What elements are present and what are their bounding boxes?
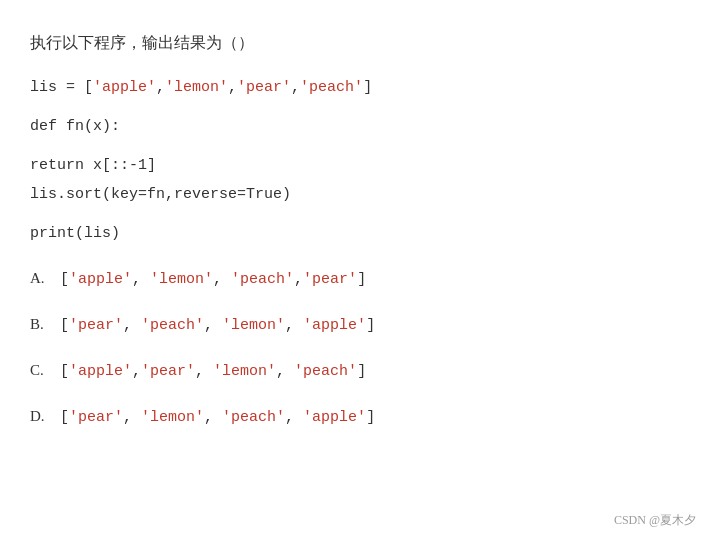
option-c-code: ['apple','pear', 'lemon', 'peach'] [60, 358, 366, 385]
option-d-code: ['pear', 'lemon', 'peach', 'apple'] [60, 404, 375, 431]
watermark: CSDN @夏木夕 [614, 512, 696, 529]
option-c[interactable]: C. ['apple','pear', 'lemon', 'peach'] [30, 357, 672, 385]
code-line-1: lis = ['apple','lemon','pear','peach'] [30, 74, 672, 101]
code-line-4: lis.sort(key=fn,reverse=True) [30, 181, 672, 208]
option-a-code: ['apple', 'lemon', 'peach','pear'] [60, 266, 366, 293]
option-b-label: B. [30, 311, 54, 338]
option-a[interactable]: A. ['apple', 'lemon', 'peach','pear'] [30, 265, 672, 293]
code-line-2: def fn(x): [30, 113, 672, 140]
code-line-3: return x[::-1] [30, 152, 672, 179]
question-text: 执行以下程序，输出结果为（） [30, 30, 672, 56]
option-c-label: C. [30, 357, 54, 384]
option-d-label: D. [30, 403, 54, 430]
option-d[interactable]: D. ['pear', 'lemon', 'peach', 'apple'] [30, 403, 672, 431]
option-a-label: A. [30, 265, 54, 292]
option-b-code: ['pear', 'peach', 'lemon', 'apple'] [60, 312, 375, 339]
options-section: A. ['apple', 'lemon', 'peach','pear'] B.… [30, 265, 672, 431]
code-line-5: print(lis) [30, 220, 672, 247]
code-block: lis = ['apple','lemon','pear','peach'] d… [30, 74, 672, 247]
option-b[interactable]: B. ['pear', 'peach', 'lemon', 'apple'] [30, 311, 672, 339]
